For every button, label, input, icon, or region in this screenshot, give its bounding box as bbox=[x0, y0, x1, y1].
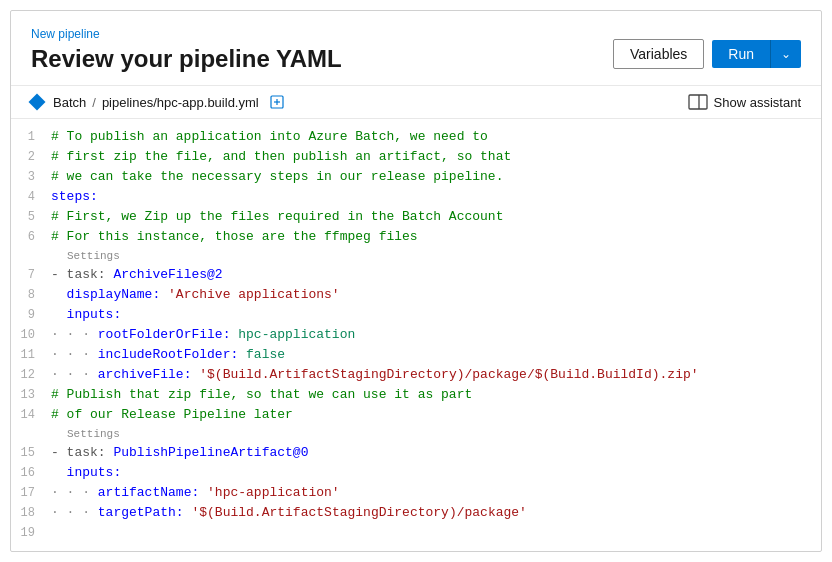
code-line: 10· · · rootFolderOrFile: hpc-applicatio… bbox=[11, 325, 821, 345]
code-line: 2# first zip the file, and then publish … bbox=[11, 147, 821, 167]
code-line: 15- task: PublishPipelineArtifact@0 bbox=[11, 443, 821, 463]
code-line: 4steps: bbox=[11, 187, 821, 207]
header: New pipeline Review your pipeline YAML V… bbox=[11, 11, 821, 86]
main-container: New pipeline Review your pipeline YAML V… bbox=[10, 10, 822, 552]
section-label: Settings bbox=[11, 247, 821, 265]
code-line: 12· · · archiveFile: '$(Build.ArtifactSt… bbox=[11, 365, 821, 385]
code-editor: 1# To publish an application into Azure … bbox=[11, 119, 821, 551]
line-number: 16 bbox=[11, 463, 47, 483]
line-number: 3 bbox=[11, 167, 47, 187]
line-content: # Publish that zip file, so that we can … bbox=[47, 385, 821, 405]
code-line: 5# First, we Zip up the files required i… bbox=[11, 207, 821, 227]
page-title: Review your pipeline YAML bbox=[31, 45, 342, 73]
breadcrumb-file: pipelines/hpc-app.build.yml bbox=[102, 95, 259, 110]
line-number: 15 bbox=[11, 443, 47, 463]
code-line: 7- task: ArchiveFiles@2 bbox=[11, 265, 821, 285]
breadcrumb-separator: / bbox=[92, 95, 96, 110]
line-content: · · · targetPath: '$(Build.ArtifactStagi… bbox=[47, 503, 821, 523]
line-content: inputs: bbox=[47, 463, 821, 483]
toolbar: Batch / pipelines/hpc-app.build.yml Show… bbox=[11, 86, 821, 119]
line-number: 7 bbox=[11, 265, 47, 285]
code-line: 11· · · includeRootFolder: false bbox=[11, 345, 821, 365]
code-line: 9 inputs: bbox=[11, 305, 821, 325]
new-pipeline-label: New pipeline bbox=[31, 27, 342, 41]
show-assistant-label: Show assistant bbox=[714, 95, 801, 110]
line-content: # of our Release Pipeline later bbox=[47, 405, 821, 425]
line-number: 17 bbox=[11, 483, 47, 503]
section-label: Settings bbox=[11, 425, 821, 443]
line-content: # First, we Zip up the files required in… bbox=[47, 207, 821, 227]
line-content: # For this instance, those are the ffmpe… bbox=[47, 227, 821, 247]
line-content: - task: PublishPipelineArtifact@0 bbox=[47, 443, 821, 463]
code-line: 3# we can take the necessary steps in ou… bbox=[11, 167, 821, 187]
line-number: 1 bbox=[11, 127, 47, 147]
code-line: 16 inputs: bbox=[11, 463, 821, 483]
line-number: 19 bbox=[11, 523, 47, 543]
code-line: 13# Publish that zip file, so that we ca… bbox=[11, 385, 821, 405]
line-number: 4 bbox=[11, 187, 47, 207]
header-actions: Variables Run ⌄ bbox=[613, 39, 801, 69]
show-assistant-button[interactable]: Show assistant bbox=[688, 94, 801, 110]
line-content: · · · archiveFile: '$(Build.ArtifactStag… bbox=[47, 365, 821, 385]
variables-button[interactable]: Variables bbox=[613, 39, 704, 69]
breadcrumb: Batch / pipelines/hpc-app.build.yml bbox=[31, 94, 285, 110]
line-number: 12 bbox=[11, 365, 47, 385]
line-content: # first zip the file, and then publish a… bbox=[47, 147, 821, 167]
line-number: 13 bbox=[11, 385, 47, 405]
line-number: 2 bbox=[11, 147, 47, 167]
line-content: · · · artifactName: 'hpc-application' bbox=[47, 483, 821, 503]
edit-icon[interactable] bbox=[269, 94, 285, 110]
header-left: New pipeline Review your pipeline YAML bbox=[31, 27, 342, 73]
run-button-group: Run ⌄ bbox=[712, 40, 801, 68]
breadcrumb-root: Batch bbox=[53, 95, 86, 110]
run-button[interactable]: Run bbox=[712, 40, 771, 68]
line-number: 9 bbox=[11, 305, 47, 325]
line-content: - task: ArchiveFiles@2 bbox=[47, 265, 821, 285]
line-content: displayName: 'Archive applications' bbox=[47, 285, 821, 305]
code-line: 14# of our Release Pipeline later bbox=[11, 405, 821, 425]
line-number: 6 bbox=[11, 227, 47, 247]
line-content: · · · rootFolderOrFile: hpc-application bbox=[47, 325, 821, 345]
svg-rect-3 bbox=[689, 95, 707, 109]
line-content: inputs: bbox=[47, 305, 821, 325]
code-line: 6# For this instance, those are the ffmp… bbox=[11, 227, 821, 247]
line-number: 14 bbox=[11, 405, 47, 425]
line-number: 18 bbox=[11, 503, 47, 523]
line-content: # To publish an application into Azure B… bbox=[47, 127, 821, 147]
code-line: 17· · · artifactName: 'hpc-application' bbox=[11, 483, 821, 503]
assistant-icon bbox=[688, 94, 708, 110]
line-content: steps: bbox=[47, 187, 821, 207]
code-line: 18· · · targetPath: '$(Build.ArtifactSta… bbox=[11, 503, 821, 523]
line-content: · · · includeRootFolder: false bbox=[47, 345, 821, 365]
line-number: 10 bbox=[11, 325, 47, 345]
code-line: 8 displayName: 'Archive applications' bbox=[11, 285, 821, 305]
code-line: 19 bbox=[11, 523, 821, 543]
line-number: 5 bbox=[11, 207, 47, 227]
run-dropdown-button[interactable]: ⌄ bbox=[771, 40, 801, 68]
code-line: 1# To publish an application into Azure … bbox=[11, 127, 821, 147]
line-number: 8 bbox=[11, 285, 47, 305]
line-number: 11 bbox=[11, 345, 47, 365]
diamond-icon bbox=[29, 94, 46, 111]
line-content: # we can take the necessary steps in our… bbox=[47, 167, 821, 187]
